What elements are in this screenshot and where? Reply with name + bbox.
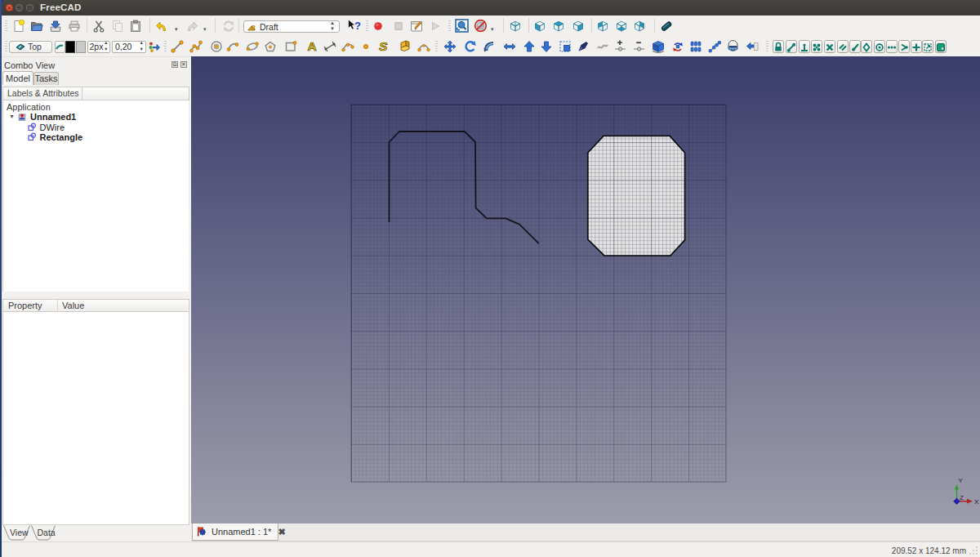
svg-text:?: ?	[354, 20, 361, 32]
svg-text:Data: Data	[38, 528, 56, 537]
svg-text:View: View	[10, 528, 29, 537]
svg-text:A: A	[307, 39, 316, 53]
svg-text:Y: Y	[959, 477, 964, 484]
svg-text:S: S	[379, 39, 388, 53]
svg-text:Z: Z	[960, 494, 964, 501]
svg-text:X: X	[974, 498, 979, 506]
